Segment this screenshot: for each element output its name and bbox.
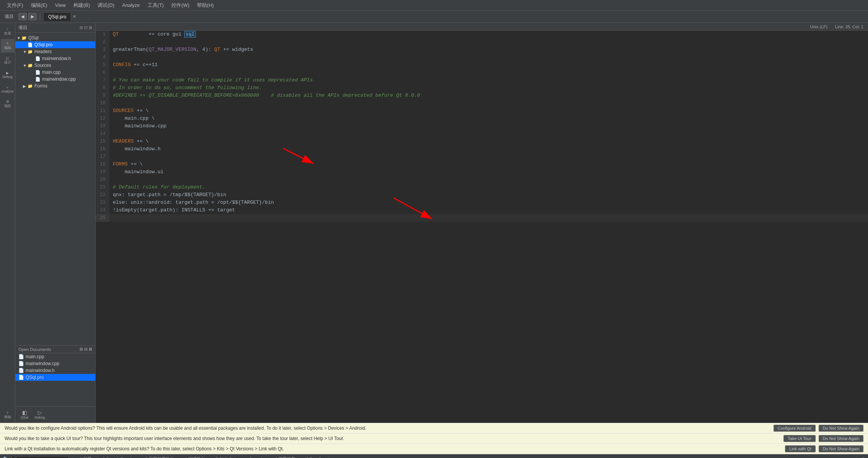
line-content: qnx: target.path = /tmp/$${TARGET}/bin bbox=[109, 191, 226, 199]
project-icon: ⚙ bbox=[6, 100, 9, 104]
menu-build[interactable]: 构建(B) bbox=[70, 1, 94, 10]
sidebar-item-edit[interactable]: ✎ 编辑 bbox=[1, 39, 15, 53]
tree-item-main-cpp[interactable]: 📄 main.cpp bbox=[15, 69, 95, 76]
doc-item-main-cpp[interactable]: 📄 main.cpp bbox=[15, 353, 95, 360]
tree-expand-icon: ▼ bbox=[23, 63, 28, 68]
debug-bottom-icon: ▷ bbox=[38, 409, 42, 416]
do-not-show-qt-button[interactable]: Do Not Show Again bbox=[819, 445, 863, 452]
do-not-show-tour-button[interactable]: Do Not Show Again bbox=[819, 435, 863, 442]
menu-debug[interactable]: 调试(D) bbox=[94, 1, 118, 10]
tree-label: QSql.pro bbox=[34, 42, 52, 47]
sidebar-item-design[interactable]: ◱ 设计 bbox=[1, 54, 15, 67]
statusbar-compile-output[interactable]: 4 编译输出 bbox=[181, 455, 209, 458]
notification-area: Would you like to configure Android opti… bbox=[0, 423, 868, 454]
line-number: 21 bbox=[96, 184, 109, 191]
doc-item-mainwindow-h[interactable]: 📄 mainwindow.h bbox=[15, 367, 95, 374]
statusbar-search-results[interactable]: 2 Search Results bbox=[99, 455, 138, 458]
line-number: 15 bbox=[96, 138, 109, 145]
tree-label: Headers bbox=[34, 49, 52, 54]
menu-file[interactable]: 文件(F) bbox=[3, 1, 27, 10]
tree-label: mainwindow.cpp bbox=[42, 76, 76, 82]
code-line-15: 15 HEADERS += \ bbox=[96, 138, 868, 145]
doc-item-mainwindow-cpp[interactable]: 📄 mainwindow.cpp bbox=[15, 360, 95, 367]
line-number: 14 bbox=[96, 130, 109, 138]
search-icon: 🔍 bbox=[3, 456, 8, 458]
menu-tools[interactable]: 工具(T) bbox=[144, 1, 168, 10]
file-icon: 📄 bbox=[35, 56, 41, 61]
tree-item-mainwindow-cpp[interactable]: 📄 mainwindow.cpp bbox=[15, 76, 95, 83]
edit-icon: ✎ bbox=[6, 42, 9, 45]
code-line-11: 11 SOURCES += \ bbox=[96, 107, 868, 115]
search-input[interactable] bbox=[11, 456, 69, 458]
menu-analyze[interactable]: Analyze bbox=[118, 2, 143, 9]
doc-file-icon: 📄 bbox=[18, 375, 24, 380]
tree-item-qsql-pro[interactable]: 📄 QSql.pro bbox=[15, 41, 95, 48]
side-panel-controls[interactable]: ⊞ ⊟ ⊠ bbox=[80, 25, 92, 30]
position-label: Line: 25, Col: 1 bbox=[835, 24, 863, 29]
tree-item-sources[interactable]: ▼ 📁 Sources bbox=[15, 62, 95, 69]
tree-item-headers[interactable]: ▼ 📁 Headers bbox=[15, 48, 95, 55]
configure-android-button[interactable]: Configure Android bbox=[774, 425, 816, 432]
tree-label: QSql bbox=[28, 35, 39, 41]
qml-num: 5 bbox=[216, 457, 218, 458]
line-content: # Default rules for deployment. bbox=[109, 184, 205, 191]
doc-label: QSql.pro bbox=[26, 375, 44, 380]
side-panel-bottom-icons: ◧ QSal ▷ Debug bbox=[15, 406, 95, 423]
tree-label: mainwindow.h bbox=[42, 56, 71, 61]
statusbar-issues[interactable]: 1 问题 bbox=[76, 455, 96, 458]
statusbar-summary[interactable]: 6 概要信息 bbox=[271, 455, 299, 458]
debug-bottom-btn[interactable]: ▷ Debug bbox=[34, 408, 46, 421]
menu-edit[interactable]: 编辑(E) bbox=[27, 1, 51, 10]
doc-label: mainwindow.h bbox=[26, 368, 54, 373]
edit-label: 编辑 bbox=[4, 45, 11, 50]
line-content: SOURCES += \ bbox=[109, 107, 149, 115]
side-panel-title: 项目 bbox=[18, 24, 28, 31]
qsql-label: QSal bbox=[21, 416, 28, 419]
line-number: 19 bbox=[96, 168, 109, 176]
line-number: 13 bbox=[96, 122, 109, 130]
tree-item-qsql-root[interactable]: ▼ 📁 QSql bbox=[15, 34, 95, 41]
toolbar-nav-back[interactable]: ◀ bbox=[18, 13, 27, 20]
code-line-20: 20 bbox=[96, 176, 868, 184]
compile-label: 编译输出 bbox=[188, 456, 205, 458]
menu-help[interactable]: 帮助(H) bbox=[193, 1, 218, 10]
statusbar-qml-debugger[interactable]: 5 QML Debugger Console bbox=[212, 455, 268, 458]
menu-widgets[interactable]: 控件(W) bbox=[167, 1, 193, 10]
qsql-bottom-icon[interactable]: ◧ QSal bbox=[18, 408, 31, 421]
tree-item-forms[interactable]: ▶ 📁 Forms bbox=[15, 83, 95, 89]
link-with-qt-button[interactable]: Link with Qt bbox=[785, 445, 815, 452]
qsql-icon: ◧ bbox=[22, 409, 27, 416]
statusbar-right-icon[interactable]: ⊕ bbox=[861, 456, 865, 458]
design-icon: ◱ bbox=[6, 56, 9, 60]
active-tab-label[interactable]: QSql.pro bbox=[43, 12, 71, 21]
code-line-2: 2 bbox=[96, 38, 868, 46]
tree-item-mainwindow-h[interactable]: 📄 mainwindow.h bbox=[15, 55, 95, 62]
notification-link-qt-text: Link with a Qt installation to automatic… bbox=[5, 446, 782, 452]
line-content bbox=[109, 214, 116, 222]
statusbar-app-output[interactable]: 3 应用程序输出 bbox=[141, 455, 178, 458]
open-docs-controls[interactable]: ⊞ ⊟ ⊠ bbox=[80, 347, 92, 352]
code-line-6: 6 bbox=[96, 69, 868, 76]
sidebar-item-analyze[interactable]: ≈ Analyze bbox=[1, 83, 15, 96]
sidebar-item-debug[interactable]: ▶ Debug bbox=[1, 68, 15, 82]
issue-label: 问题 bbox=[83, 456, 92, 458]
code-line-14: 14 bbox=[96, 130, 868, 138]
code-editor[interactable]: 1 QT += core gui sql 2 3 greaterThan(QT_… bbox=[96, 31, 868, 423]
line-number: 8 bbox=[96, 84, 109, 92]
code-line-5: 5 CONFIG += c++11 bbox=[96, 61, 868, 69]
notification-android: Would you like to configure Android opti… bbox=[0, 423, 868, 434]
sidebar-item-help[interactable]: ? 帮助 bbox=[1, 408, 15, 422]
doc-item-qsql-pro[interactable]: 📄 QSql.pro bbox=[15, 374, 95, 381]
line-number: 22 bbox=[96, 191, 109, 199]
doc-label: mainwindow.cpp bbox=[26, 361, 59, 366]
do-not-show-android-button[interactable]: Do Not Show Again bbox=[819, 425, 863, 432]
sidebar-item-project[interactable]: ⚙ 项目 bbox=[1, 97, 15, 111]
statusbar-test-results[interactable]: 8 Test Results bbox=[302, 455, 336, 458]
tree-label: main.cpp bbox=[42, 70, 61, 75]
line-number: 10 bbox=[96, 99, 109, 107]
toolbar-nav-forward[interactable]: ▶ bbox=[28, 13, 37, 20]
tab-close-icon[interactable]: ✕ bbox=[73, 14, 76, 19]
menu-view[interactable]: View bbox=[51, 2, 70, 9]
sidebar-item-welcome[interactable]: ⌂ 欢迎 bbox=[1, 24, 15, 38]
take-ui-tour-button[interactable]: Take UI Tour bbox=[783, 435, 816, 442]
